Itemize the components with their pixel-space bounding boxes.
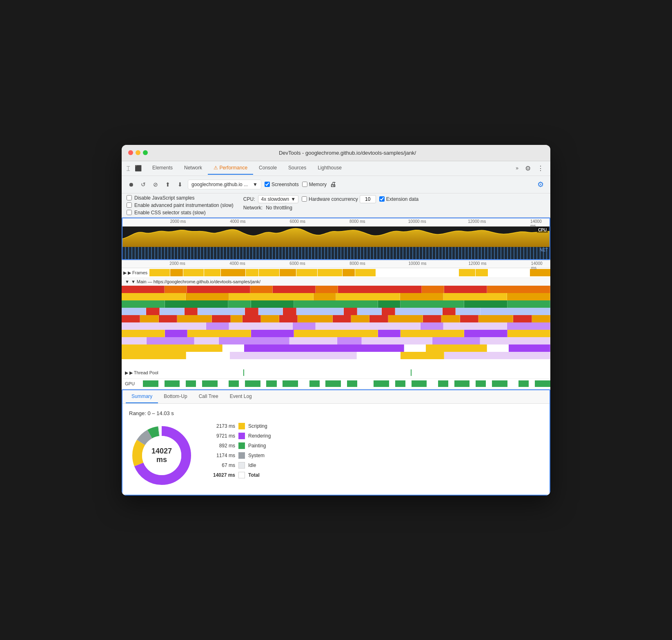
more-tabs-button[interactable]: » [512, 162, 522, 174]
flame-bar[interactable] [146, 308, 160, 315]
tab-event-log[interactable]: Event Log [224, 390, 258, 403]
flame-bar[interactable] [422, 286, 444, 293]
flame-bar[interactable] [388, 315, 423, 322]
record-button[interactable]: ⏺ [127, 180, 136, 189]
flame-bar[interactable] [122, 330, 165, 337]
flame-bar[interactable] [395, 308, 443, 315]
upload-button[interactable]: ⬆ [163, 180, 172, 189]
flame-bar[interactable] [194, 337, 219, 344]
flame-bar[interactable] [187, 330, 251, 337]
close-button[interactable] [128, 150, 133, 155]
reload-button[interactable]: ↺ [139, 180, 148, 189]
cpu-dropdown[interactable]: 4x slowdown ▼ [258, 195, 298, 203]
flame-bar[interactable] [228, 300, 251, 308]
flame-bar[interactable] [532, 315, 550, 322]
flame-bar[interactable] [258, 308, 283, 315]
flame-bar[interactable] [400, 293, 443, 300]
flame-bar[interactable] [122, 300, 165, 308]
flame-bar[interactable] [426, 344, 487, 352]
frames-label[interactable]: ▶ ▶ Frames [123, 270, 148, 276]
flame-bar[interactable] [165, 300, 229, 308]
advanced-paint-checkbox[interactable] [127, 202, 132, 208]
minimize-button[interactable] [136, 150, 140, 155]
flame-bar[interactable] [273, 286, 316, 293]
device-icon[interactable]: ⬛ [133, 162, 143, 175]
flame-bar[interactable] [186, 293, 229, 300]
flame-bar[interactable] [362, 337, 432, 344]
flame-bar[interactable] [122, 352, 186, 359]
flame-bar[interactable] [507, 300, 551, 308]
flame-bar[interactable] [336, 293, 400, 300]
flame-bar[interactable] [243, 315, 261, 322]
flame-bar[interactable] [464, 330, 507, 337]
flame-bar[interactable] [122, 344, 223, 352]
flame-bar[interactable] [316, 286, 338, 293]
flame-bar[interactable] [229, 322, 293, 330]
flame-bar[interactable] [122, 308, 146, 315]
settings-gear-icon[interactable]: ⚙ [536, 178, 545, 191]
flame-bar[interactable] [401, 330, 464, 337]
flame-bar[interactable] [212, 315, 230, 322]
flame-bar[interactable] [279, 315, 298, 322]
flame-bar[interactable] [231, 315, 243, 322]
flame-bar[interactable] [122, 315, 140, 322]
flame-bar[interactable] [509, 344, 550, 352]
flame-bar[interactable] [357, 308, 382, 315]
cursor-icon[interactable]: ⌶ [125, 162, 131, 175]
tab-call-tree[interactable]: Call Tree [193, 390, 224, 403]
flame-bar[interactable] [481, 308, 550, 315]
tab-bottom-up[interactable]: Bottom-Up [158, 390, 193, 403]
flame-bar[interactable] [122, 293, 186, 300]
download-button[interactable]: ⬇ [176, 180, 185, 189]
hw-concurrency-checkbox[interactable] [302, 196, 307, 202]
flame-bar[interactable] [401, 352, 444, 359]
flame-bar[interactable] [338, 286, 422, 293]
tab-sources[interactable]: Sources [283, 162, 312, 175]
flame-bar[interactable] [140, 315, 158, 322]
flame-bar[interactable] [333, 315, 351, 322]
flame-bar[interactable] [296, 308, 344, 315]
memory-checkbox[interactable] [302, 182, 307, 187]
flame-bar[interactable] [261, 315, 279, 322]
css-selector-checkbox[interactable] [127, 210, 132, 215]
flame-bar[interactable] [316, 322, 421, 330]
flame-bar[interactable] [283, 308, 296, 315]
extension-checkbox[interactable] [379, 196, 385, 202]
flame-bar[interactable] [229, 293, 314, 300]
flame-bar[interactable] [460, 315, 478, 322]
main-row-header[interactable]: ▼ ▼ Main — https://googlechrome.github.i… [122, 278, 550, 286]
flame-bar[interactable] [444, 352, 550, 359]
flame-bar[interactable] [401, 300, 464, 308]
flame-bar[interactable] [244, 344, 404, 352]
flame-bar[interactable] [294, 300, 378, 308]
flame-bar[interactable] [443, 322, 507, 330]
flame-bar[interactable] [443, 293, 507, 300]
flame-bar[interactable] [314, 293, 336, 300]
flame-bar[interactable] [478, 315, 514, 322]
flame-bar[interactable] [294, 330, 378, 337]
flame-bar[interactable] [159, 315, 177, 322]
flame-bar[interactable] [480, 337, 551, 344]
devtools-more-icon[interactable]: ⋮ [534, 161, 547, 176]
flame-bar[interactable] [165, 330, 187, 337]
flame-bar[interactable] [337, 337, 362, 344]
tab-performance[interactable]: ⚠ Performance [208, 162, 253, 175]
flame-bar[interactable] [250, 286, 273, 293]
flame-bar[interactable] [507, 293, 550, 300]
flame-bar[interactable] [251, 330, 294, 337]
flame-bar[interactable] [464, 300, 507, 308]
flame-bar[interactable] [245, 308, 258, 315]
flame-bar[interactable] [456, 308, 480, 315]
tab-network[interactable]: Network [178, 162, 208, 175]
screenshots-checkbox[interactable] [265, 182, 270, 187]
thread-pool-label[interactable]: ▶ ▶ Thread Pool [125, 370, 158, 376]
flame-bar[interactable] [206, 322, 229, 330]
maximize-button[interactable] [143, 150, 148, 155]
flame-bar[interactable] [441, 315, 460, 322]
flame-bar[interactable] [219, 337, 289, 344]
flame-bar[interactable] [230, 352, 357, 359]
clear-button[interactable]: ⊘ [151, 180, 160, 189]
flame-bar[interactable] [382, 308, 395, 315]
flame-bar[interactable] [160, 308, 184, 315]
flame-bar[interactable] [198, 308, 245, 315]
